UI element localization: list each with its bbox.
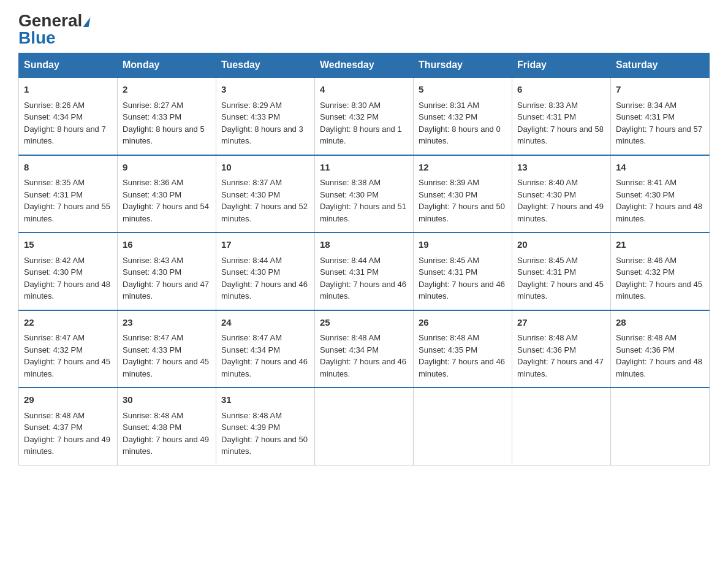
sunrise-text: Sunrise: 8:48 AM: [24, 411, 85, 420]
sunset-text: Sunset: 4:31 PM: [419, 267, 477, 277]
day-number: 25: [320, 316, 408, 330]
calendar-cell: 28 Sunrise: 8:48 AM Sunset: 4:36 PM Dayl…: [611, 310, 710, 388]
day-number: 26: [419, 316, 507, 330]
day-number: 31: [221, 393, 309, 407]
day-number: 9: [123, 161, 211, 175]
daylight-text: Daylight: 7 hours and 45 minutes.: [616, 280, 702, 301]
day-header-tuesday: Tuesday: [216, 53, 315, 78]
sunset-text: Sunset: 4:30 PM: [616, 190, 675, 199]
day-number: 15: [24, 238, 112, 252]
sunset-text: Sunset: 4:33 PM: [123, 345, 181, 354]
sunset-text: Sunset: 4:30 PM: [419, 190, 477, 199]
calendar-cell: 18 Sunrise: 8:44 AM Sunset: 4:31 PM Dayl…: [315, 232, 414, 310]
calendar-cell: [512, 388, 611, 465]
day-number: 13: [517, 161, 605, 175]
calendar-cell: 13 Sunrise: 8:40 AM Sunset: 4:30 PM Dayl…: [512, 155, 611, 233]
sunrise-text: Sunrise: 8:45 AM: [517, 256, 578, 265]
sunset-text: Sunset: 4:39 PM: [221, 423, 280, 432]
page-header: General Blue: [18, 12, 710, 47]
day-number: 22: [24, 316, 112, 330]
daylight-text: Daylight: 7 hours and 47 minutes.: [123, 280, 209, 301]
daylight-text: Daylight: 7 hours and 50 minutes.: [221, 435, 308, 456]
day-header-friday: Friday: [512, 53, 611, 78]
sunset-text: Sunset: 4:30 PM: [221, 190, 280, 199]
sunset-text: Sunset: 4:30 PM: [123, 190, 181, 199]
calendar-cell: 5 Sunrise: 8:31 AM Sunset: 4:32 PM Dayli…: [414, 77, 512, 155]
day-number: 6: [517, 83, 605, 97]
calendar-cell: 21 Sunrise: 8:46 AM Sunset: 4:32 PM Dayl…: [611, 232, 710, 310]
daylight-text: Daylight: 7 hours and 46 minutes.: [221, 280, 308, 301]
daylight-text: Daylight: 7 hours and 48 minutes.: [616, 202, 702, 223]
sunrise-text: Sunrise: 8:44 AM: [320, 256, 381, 265]
sunset-text: Sunset: 4:38 PM: [123, 423, 181, 432]
day-header-wednesday: Wednesday: [315, 53, 414, 78]
calendar-cell: 10 Sunrise: 8:37 AM Sunset: 4:30 PM Dayl…: [216, 155, 315, 233]
daylight-text: Daylight: 8 hours and 1 minute.: [320, 124, 402, 146]
daylight-text: Daylight: 8 hours and 3 minutes.: [221, 124, 303, 146]
calendar-cell: [315, 388, 414, 465]
daylight-text: Daylight: 7 hours and 49 minutes.: [517, 202, 604, 223]
day-number: 10: [221, 161, 309, 175]
sunrise-text: Sunrise: 8:45 AM: [419, 256, 479, 265]
daylight-text: Daylight: 7 hours and 46 minutes.: [221, 357, 308, 378]
calendar-cell: 14 Sunrise: 8:41 AM Sunset: 4:30 PM Dayl…: [611, 155, 710, 233]
sunrise-text: Sunrise: 8:47 AM: [24, 333, 85, 342]
day-number: 12: [419, 161, 507, 175]
sunrise-text: Sunrise: 8:48 AM: [517, 333, 578, 342]
calendar-cell: 12 Sunrise: 8:39 AM Sunset: 4:30 PM Dayl…: [414, 155, 512, 233]
day-number: 18: [320, 238, 408, 252]
sunset-text: Sunset: 4:36 PM: [616, 345, 675, 354]
sunrise-text: Sunrise: 8:42 AM: [24, 256, 85, 265]
calendar-cell: 3 Sunrise: 8:29 AM Sunset: 4:33 PM Dayli…: [216, 77, 315, 155]
sunrise-text: Sunrise: 8:48 AM: [123, 411, 183, 420]
calendar-cell: 2 Sunrise: 8:27 AM Sunset: 4:33 PM Dayli…: [118, 77, 216, 155]
week-row-1: 1 Sunrise: 8:26 AM Sunset: 4:34 PM Dayli…: [19, 77, 710, 155]
sunrise-text: Sunrise: 8:37 AM: [221, 178, 282, 187]
sunset-text: Sunset: 4:31 PM: [320, 267, 379, 277]
calendar-cell: 31 Sunrise: 8:48 AM Sunset: 4:39 PM Dayl…: [216, 388, 315, 465]
day-number: 23: [123, 316, 211, 330]
logo: General Blue: [18, 12, 89, 47]
sunset-text: Sunset: 4:34 PM: [24, 112, 83, 121]
daylight-text: Daylight: 7 hours and 46 minutes.: [320, 280, 406, 301]
sunrise-text: Sunrise: 8:46 AM: [616, 256, 677, 265]
day-number: 28: [616, 316, 704, 330]
day-number: 7: [616, 83, 704, 97]
calendar-cell: 25 Sunrise: 8:48 AM Sunset: 4:34 PM Dayl…: [315, 310, 414, 388]
week-row-2: 8 Sunrise: 8:35 AM Sunset: 4:31 PM Dayli…: [19, 155, 710, 233]
calendar-cell: 4 Sunrise: 8:30 AM Sunset: 4:32 PM Dayli…: [315, 77, 414, 155]
sunrise-text: Sunrise: 8:47 AM: [123, 333, 183, 342]
day-number: 5: [419, 83, 507, 97]
day-header-thursday: Thursday: [414, 53, 512, 78]
day-number: 29: [24, 393, 112, 407]
calendar-cell: 23 Sunrise: 8:47 AM Sunset: 4:33 PM Dayl…: [118, 310, 216, 388]
sunrise-text: Sunrise: 8:30 AM: [320, 101, 381, 110]
sunrise-text: Sunrise: 8:33 AM: [517, 101, 578, 110]
sunset-text: Sunset: 4:32 PM: [616, 267, 675, 277]
sunset-text: Sunset: 4:32 PM: [24, 345, 83, 354]
calendar-cell: 17 Sunrise: 8:44 AM Sunset: 4:30 PM Dayl…: [216, 232, 315, 310]
daylight-text: Daylight: 7 hours and 54 minutes.: [123, 202, 209, 223]
sunset-text: Sunset: 4:31 PM: [517, 267, 576, 277]
calendar-cell: 24 Sunrise: 8:47 AM Sunset: 4:34 PM Dayl…: [216, 310, 315, 388]
day-number: 19: [419, 238, 507, 252]
day-number: 20: [517, 238, 605, 252]
daylight-text: Daylight: 7 hours and 46 minutes.: [320, 357, 406, 378]
calendar-cell: [611, 388, 710, 465]
day-number: 1: [24, 83, 112, 97]
calendar-cell: 26 Sunrise: 8:48 AM Sunset: 4:35 PM Dayl…: [414, 310, 512, 388]
daylight-text: Daylight: 8 hours and 7 minutes.: [24, 124, 106, 146]
calendar-cell: 27 Sunrise: 8:48 AM Sunset: 4:36 PM Dayl…: [512, 310, 611, 388]
calendar-cell: 9 Sunrise: 8:36 AM Sunset: 4:30 PM Dayli…: [118, 155, 216, 233]
sunrise-text: Sunrise: 8:48 AM: [221, 411, 282, 420]
sunrise-text: Sunrise: 8:39 AM: [419, 178, 479, 187]
sunrise-text: Sunrise: 8:44 AM: [221, 256, 282, 265]
daylight-text: Daylight: 7 hours and 46 minutes.: [419, 357, 505, 378]
daylight-text: Daylight: 7 hours and 55 minutes.: [24, 202, 110, 223]
daylight-text: Daylight: 7 hours and 48 minutes.: [616, 357, 702, 378]
sunrise-text: Sunrise: 8:48 AM: [616, 333, 677, 342]
daylight-text: Daylight: 7 hours and 47 minutes.: [517, 357, 604, 378]
calendar-cell: 30 Sunrise: 8:48 AM Sunset: 4:38 PM Dayl…: [118, 388, 216, 465]
sunrise-text: Sunrise: 8:29 AM: [221, 101, 282, 110]
day-header-sunday: Sunday: [19, 53, 118, 78]
